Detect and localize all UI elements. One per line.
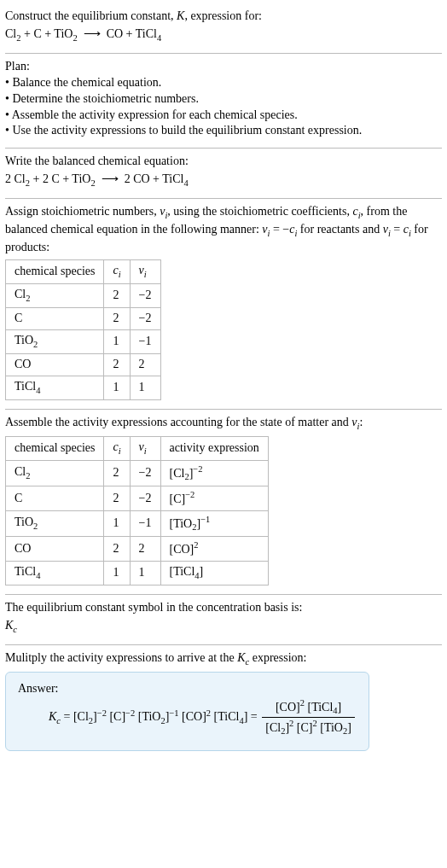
col-nui: νi bbox=[130, 260, 160, 284]
cell-nui: −1 bbox=[130, 510, 160, 537]
table-row: TiCl4 1 1 bbox=[6, 376, 161, 399]
col-activity: activity expression bbox=[160, 436, 268, 460]
cell-nui: −2 bbox=[130, 460, 160, 486]
fraction-denominator: [Cl2]2 [C]2 [TiO2] bbox=[262, 718, 355, 738]
table-header-row: chemical species ci νi bbox=[6, 260, 161, 284]
answer-equation: Kc = [Cl2]−2 [C]−2 [TiO2]−1 [CO]2 [TiCl4… bbox=[18, 697, 357, 738]
stoich-table: chemical species ci νi Cl2 2 −2 C 2 −2 T… bbox=[5, 259, 161, 400]
stoich-intro: Assign stoichiometric numbers, νi, using… bbox=[5, 204, 442, 256]
cell-nui: −2 bbox=[130, 283, 160, 307]
answer-label: Answer: bbox=[18, 681, 357, 697]
cell-species: Cl2 bbox=[6, 283, 104, 307]
table-row: C 2 −2 [C]−2 bbox=[6, 486, 269, 511]
cell-nui: −2 bbox=[130, 486, 160, 511]
table-header-row: chemical species ci νi activity expressi… bbox=[6, 436, 269, 460]
cell-ci: 2 bbox=[104, 307, 130, 329]
cell-species: C bbox=[6, 486, 104, 511]
table-row: Cl2 2 −2 bbox=[6, 283, 161, 307]
cell-activity: [Cl2]−2 bbox=[160, 460, 268, 486]
cell-activity: [TiO2]−1 bbox=[160, 510, 268, 537]
cell-species: CO bbox=[6, 537, 104, 562]
cell-ci: 2 bbox=[104, 537, 130, 562]
fraction-numerator: [CO]2 [TiCl4] bbox=[262, 697, 355, 719]
activity-intro: Assemble the activity expressions accoun… bbox=[5, 415, 442, 433]
cell-species: CO bbox=[6, 353, 104, 376]
cell-species: TiO2 bbox=[6, 329, 104, 353]
plan-item-4: • Use the activity expressions to build … bbox=[5, 123, 442, 139]
table-row: CO 2 2 bbox=[6, 353, 161, 376]
cell-species: TiO2 bbox=[6, 510, 104, 537]
cell-activity: [TiCl4] bbox=[160, 561, 268, 585]
cell-ci: 2 bbox=[104, 353, 130, 376]
plan: Plan: • Balance the chemical equation. •… bbox=[5, 54, 442, 149]
cell-species: TiCl4 bbox=[6, 561, 104, 585]
plan-item-1: • Balance the chemical equation. bbox=[5, 75, 442, 91]
cell-ci: 2 bbox=[104, 460, 130, 486]
cell-ci: 2 bbox=[104, 283, 130, 307]
col-ci: ci bbox=[104, 260, 130, 284]
cell-nui: 2 bbox=[130, 537, 160, 562]
col-species: chemical species bbox=[6, 436, 104, 460]
activity-expressions-section: Assemble the activity expressions accoun… bbox=[5, 410, 442, 595]
table-row: TiCl4 1 1 [TiCl4] bbox=[6, 561, 269, 585]
balanced-equation: 2 Cl2 + 2 C + TiO2 ⟶ 2 CO + TiCl4 bbox=[5, 172, 442, 189]
cell-nui: −2 bbox=[130, 307, 160, 329]
kc-symbol-label: The equilibrium constant symbol in the c… bbox=[5, 600, 442, 616]
kc-symbol: Kc bbox=[5, 618, 442, 636]
cell-nui: 1 bbox=[130, 376, 160, 399]
problem-statement: Construct the equilibrium constant, K, e… bbox=[5, 3, 442, 54]
answer-box: Answer: Kc = [Cl2]−2 [C]−2 [TiO2]−1 [CO]… bbox=[5, 672, 369, 751]
kc-symbol-section: The equilibrium constant symbol in the c… bbox=[5, 595, 442, 645]
cell-ci: 1 bbox=[104, 376, 130, 399]
cell-ci: 2 bbox=[104, 486, 130, 511]
cell-ci: 1 bbox=[104, 510, 130, 537]
table-row: CO 2 2 [CO]2 bbox=[6, 537, 269, 562]
stoichiometric-numbers-section: Assign stoichiometric numbers, νi, using… bbox=[5, 199, 442, 409]
table-row: TiO2 1 −1 bbox=[6, 329, 161, 353]
cell-activity: [CO]2 bbox=[160, 537, 268, 562]
balanced-equation-label: Write the balanced chemical equation: bbox=[5, 154, 442, 170]
cell-activity: [C]−2 bbox=[160, 486, 268, 511]
final-section: Mulitply the activity expressions to arr… bbox=[5, 645, 442, 760]
plan-heading: Plan: bbox=[5, 59, 442, 75]
col-nui: νi bbox=[130, 436, 160, 460]
cell-nui: 1 bbox=[130, 561, 160, 585]
cell-ci: 1 bbox=[104, 561, 130, 585]
cell-nui: −1 bbox=[130, 329, 160, 353]
cell-ci: 1 bbox=[104, 329, 130, 353]
plan-item-2: • Determine the stoichiometric numbers. bbox=[5, 91, 442, 108]
cell-species: TiCl4 bbox=[6, 376, 104, 399]
activity-table: chemical species ci νi activity expressi… bbox=[5, 436, 269, 585]
cell-nui: 2 bbox=[130, 353, 160, 376]
table-row: TiO2 1 −1 [TiO2]−1 bbox=[6, 510, 269, 537]
cell-species: C bbox=[6, 307, 104, 329]
table-row: C 2 −2 bbox=[6, 307, 161, 329]
col-ci: ci bbox=[104, 436, 130, 460]
table-row: Cl2 2 −2 [Cl2]−2 bbox=[6, 460, 269, 486]
plan-item-3: • Assemble the activity expression for e… bbox=[5, 108, 442, 124]
balanced-equation-section: Write the balanced chemical equation: 2 … bbox=[5, 149, 442, 199]
multiply-instruction: Mulitply the activity expressions to arr… bbox=[5, 650, 442, 668]
col-species: chemical species bbox=[6, 260, 104, 284]
unbalanced-equation: Cl2 + C + TiO2 ⟶ CO + TiCl4 bbox=[5, 26, 442, 44]
cell-species: Cl2 bbox=[6, 460, 104, 486]
problem-line-1: Construct the equilibrium constant, K, e… bbox=[5, 9, 442, 25]
